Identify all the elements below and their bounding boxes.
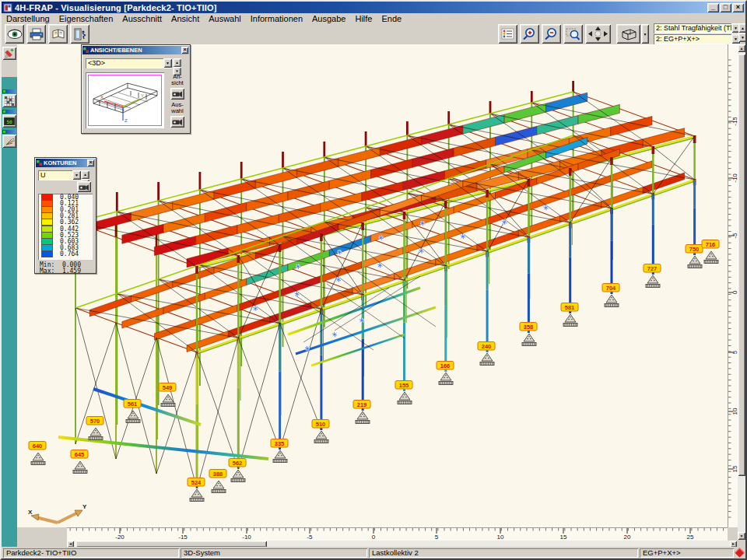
- node-tag[interactable]: 155: [395, 381, 412, 390]
- node-tag[interactable]: 570: [86, 417, 103, 425]
- contour-select-arrow-icon[interactable]: ▼: [72, 170, 81, 180]
- view-preview[interactable]: X Y Z: [86, 72, 164, 128]
- ansicht-panel-close-icon[interactable]: ×: [181, 47, 188, 54]
- model-preview-thumbnail: X Y Z: [89, 75, 161, 124]
- node-tag[interactable]: 510: [312, 420, 329, 429]
- support-symbol: [563, 314, 577, 327]
- svg-text:570: 570: [90, 418, 100, 425]
- menu-item-informationen[interactable]: Informationen: [246, 14, 307, 23]
- spinner-down-icon[interactable]: ▼: [738, 33, 747, 42]
- ansicht-ebenen-panel[interactable]: ANSICHT/EBENEN × <3D> ▼ ▲ ▼ X Y: [81, 44, 191, 134]
- svg-text:645: 645: [75, 451, 85, 458]
- spinner-up-icon[interactable]: ▲: [738, 23, 747, 33]
- view-cube-button[interactable]: [616, 24, 640, 44]
- support-symbol: [190, 489, 204, 502]
- support-symbol: [522, 334, 536, 346]
- menu-item-eigenschaften[interactable]: Eigenschaften: [54, 14, 118, 23]
- view-cube-dropdown[interactable]: ▼: [641, 24, 649, 44]
- node-tag[interactable]: 704: [602, 284, 619, 292]
- view-select-arrow-icon[interactable]: ▼: [163, 58, 172, 68]
- node-tag[interactable]: 524: [188, 478, 205, 487]
- value-display-panel-button[interactable]: 50: [2, 114, 16, 128]
- zoom-in-button[interactable]: [520, 24, 539, 44]
- node-tag[interactable]: 549: [159, 383, 176, 392]
- contour-quantity-select[interactable]: U ▼: [38, 170, 81, 180]
- value-display-panel-titlebar[interactable]: [2, 110, 16, 114]
- close-button[interactable]: ×: [732, 3, 744, 12]
- menu-item-hilfe[interactable]: Hilfe: [350, 14, 377, 23]
- apply-selection-button[interactable]: [170, 116, 184, 128]
- view-select[interactable]: <3D> ▼: [86, 58, 172, 68]
- svg-text:581: 581: [565, 304, 575, 311]
- menu-item-ansicht[interactable]: Ansicht: [167, 14, 204, 23]
- manual-book-button[interactable]: [48, 24, 68, 44]
- scroll-up-icon[interactable]: ▲: [738, 44, 745, 52]
- node-tag[interactable]: 219: [353, 401, 370, 409]
- menu-item-darstellung[interactable]: Darstellung: [2, 14, 54, 23]
- loadcase-spinner[interactable]: ▲ ▼: [738, 23, 747, 44]
- display-properties-button[interactable]: [498, 24, 517, 44]
- node-tag[interactable]: 640: [29, 442, 46, 450]
- node-tag[interactable]: 750: [686, 245, 703, 254]
- status-bar: Parkdeck2- TIO+TIIO3D-SystemLastkollekti…: [2, 547, 745, 558]
- node-tag[interactable]: 727: [644, 264, 661, 273]
- title-bar: 4H-FRAP - Visualisierung [Parkdeck2- TIO…: [2, 2, 745, 13]
- view-eye-button[interactable]: [5, 24, 24, 44]
- loadcase-select-value: 2: EG+P+X+>: [656, 35, 700, 43]
- scroll-down-icon[interactable]: ▼: [738, 532, 745, 540]
- svg-text:155: 155: [399, 382, 409, 389]
- konturen-panel[interactable]: KONTUREN × U ▼ ▲ ▼ 0.0400.1210.2010.2810…: [34, 157, 96, 274]
- konturen-panel-titlebar[interactable]: KONTUREN ×: [36, 159, 95, 167]
- support-symbol: [273, 450, 287, 463]
- edit-pencil-button[interactable]: [2, 47, 16, 60]
- node-tag[interactable]: 645: [71, 450, 88, 459]
- apply-view-button[interactable]: [170, 88, 184, 100]
- support-symbol: [126, 411, 140, 423]
- zoom-window-button[interactable]: [563, 24, 583, 44]
- maximize-button[interactable]: □: [720, 3, 731, 12]
- svg-text:335: 335: [275, 440, 285, 447]
- node-tag[interactable]: 335: [271, 439, 288, 448]
- exit-door-button[interactable]: [70, 24, 89, 44]
- node-tag[interactable]: 358: [520, 323, 537, 331]
- view-spinner-up-icon[interactable]: ▲: [173, 58, 181, 67]
- menu-item-ausgabe[interactable]: Ausgabe: [307, 14, 350, 23]
- svg-text:750: 750: [689, 246, 700, 253]
- node-tag[interactable]: 716: [702, 240, 719, 249]
- node-tag[interactable]: 388: [209, 470, 226, 478]
- svg-text:10: 10: [497, 534, 504, 541]
- zoom-out-button[interactable]: [542, 24, 561, 44]
- menu-item-ende[interactable]: Ende: [377, 14, 406, 23]
- node-tag[interactable]: 561: [124, 400, 141, 408]
- status-field-0: Parkdeck2- TIO+TIIO: [3, 548, 179, 558]
- svg-text:-15: -15: [178, 534, 188, 541]
- vertical-scroll-thumb[interactable]: [738, 54, 745, 476]
- vertical-scrollbar[interactable]: ▲ ▼: [738, 44, 745, 540]
- contour-spinner-up-icon[interactable]: ▲: [81, 170, 89, 179]
- spray-panel-titlebar[interactable]: [2, 130, 16, 134]
- mesh-panel-button[interactable]: [2, 94, 16, 107]
- apply-contour-button[interactable]: [77, 181, 91, 192]
- menu-item-auswahl[interactable]: Auswahl: [204, 14, 246, 23]
- ansicht-panel-titlebar[interactable]: ANSICHT/EBENEN ×: [82, 46, 189, 54]
- svg-text:15: 15: [560, 534, 567, 541]
- support-symbol: [212, 481, 226, 493]
- minimize-button[interactable]: _: [707, 3, 719, 12]
- camera-icon: [172, 89, 183, 98]
- legend-swatch: [41, 250, 53, 257]
- svg-text:-10: -10: [242, 534, 251, 541]
- node-tag[interactable]: 240: [478, 342, 495, 351]
- node-tag[interactable]: 166: [437, 362, 454, 370]
- print-button[interactable]: [26, 24, 46, 44]
- node-tag[interactable]: 562: [229, 459, 246, 467]
- konturen-panel-close-icon[interactable]: ×: [87, 159, 94, 166]
- ansicht-panel-icon: [83, 47, 89, 53]
- mesh-panel-titlebar[interactable]: [2, 89, 16, 93]
- preview-axis-z-label: Z: [124, 118, 128, 123]
- spray-panel-button[interactable]: [2, 135, 16, 148]
- result-select[interactable]: 2: Stahl Tragfähigkeit (Th. 2. O ▼: [654, 23, 740, 33]
- pan-navigator[interactable]: [585, 24, 611, 44]
- node-tag[interactable]: 581: [561, 303, 578, 312]
- loadcase-select[interactable]: 2: EG+P+X+> ▼: [654, 34, 740, 44]
- menu-item-ausschnitt[interactable]: Ausschnitt: [117, 14, 167, 23]
